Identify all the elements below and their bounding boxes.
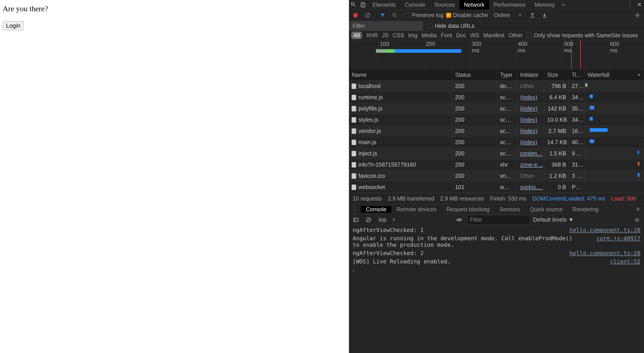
console-filter-input[interactable]: Filter bbox=[467, 215, 530, 224]
drawer-tab-sensors[interactable]: Sensors bbox=[494, 206, 525, 213]
login-button[interactable]: Login bbox=[3, 21, 24, 30]
request-row[interactable]: inject.js200sc…conten…1.5 KB9 … bbox=[349, 148, 644, 159]
console-sidebar-icon[interactable] bbox=[351, 215, 360, 224]
request-row[interactable]: info?t=1587155779160200xhrzone-e…368 B31… bbox=[349, 159, 644, 170]
log-source-link[interactable]: client:52 bbox=[610, 258, 640, 265]
tab-network[interactable]: Network bbox=[460, 0, 489, 10]
col-name[interactable]: Name bbox=[349, 70, 452, 80]
request-type: sc… bbox=[497, 103, 517, 114]
throttle-select[interactable]: Online bbox=[494, 12, 515, 18]
type-manifest[interactable]: Manifest bbox=[483, 32, 504, 38]
drawer-tab-render[interactable]: Rendering bbox=[568, 206, 603, 213]
log-message: ngAfterViewChecked: 2 bbox=[352, 250, 424, 256]
inspect-element-icon[interactable] bbox=[349, 0, 358, 10]
request-name: runtime.js bbox=[358, 94, 383, 100]
console-settings-icon[interactable] bbox=[632, 215, 642, 224]
filter-toggle-icon[interactable] bbox=[378, 10, 387, 20]
devtools-panel: Elements Console Sources Network Perform… bbox=[349, 0, 644, 353]
tab-sources[interactable]: Sources bbox=[430, 0, 460, 10]
samesite-checkbox[interactable]: Only show requests with SameSite issues bbox=[526, 32, 638, 38]
timeline[interactable]: 100 ms 200 ms 300 ms 400 ms 500 ms 600 m… bbox=[349, 40, 644, 70]
drawer-menu-icon[interactable]: ⋮ bbox=[349, 206, 361, 213]
request-initiator[interactable]: zone-e… bbox=[520, 162, 543, 168]
request-row[interactable]: localhost200do…Other796 B27… bbox=[349, 80, 644, 92]
type-other[interactable]: Other bbox=[508, 32, 523, 38]
request-row[interactable]: websocket101w…sockjs.…0 BP… bbox=[349, 182, 644, 193]
context-select[interactable]: top bbox=[376, 216, 389, 223]
col-time[interactable]: Ti… bbox=[569, 70, 585, 80]
request-initiator[interactable]: (index) bbox=[520, 94, 537, 100]
levels-select[interactable]: Default levels ▼ bbox=[533, 216, 574, 223]
record-icon[interactable] bbox=[351, 10, 360, 20]
col-waterfall[interactable]: Waterfall▲ bbox=[585, 70, 644, 80]
svg-point-4 bbox=[637, 14, 638, 16]
drawer-tab-reqblock[interactable]: Request blocking bbox=[442, 206, 494, 213]
live-expr-icon[interactable] bbox=[454, 215, 464, 224]
request-row[interactable]: polyfills.js200sc…(index)142 KB35… bbox=[349, 103, 644, 114]
log-source-link[interactable]: hello.component.ts:20 bbox=[570, 227, 640, 233]
type-css[interactable]: CSS bbox=[392, 32, 404, 38]
console-prompt[interactable]: › bbox=[349, 266, 644, 275]
type-img[interactable]: Img bbox=[408, 32, 418, 38]
preserve-log-checkbox[interactable]: Preserve log bbox=[405, 12, 443, 18]
request-initiator[interactable]: (index) bbox=[520, 139, 537, 145]
waterfall-bar bbox=[590, 94, 593, 98]
request-time: 34… bbox=[569, 92, 585, 103]
type-all[interactable]: All bbox=[351, 32, 362, 39]
log-source-link[interactable]: hello.component.ts:20 bbox=[570, 250, 640, 256]
request-initiator[interactable]: (index) bbox=[520, 105, 537, 112]
request-type: w… bbox=[497, 182, 517, 193]
col-initiator[interactable]: Initiator bbox=[517, 70, 544, 80]
type-ws[interactable]: WS bbox=[470, 32, 479, 38]
request-initiator[interactable]: sockjs.… bbox=[520, 184, 543, 190]
request-initiator[interactable]: (index) bbox=[520, 128, 537, 134]
request-initiator[interactable]: (index) bbox=[520, 116, 537, 123]
type-media[interactable]: Media bbox=[422, 32, 437, 38]
tab-memory[interactable]: Memory bbox=[530, 0, 559, 10]
request-row[interactable]: styles.js200sc…(index)10.0 KB34… bbox=[349, 114, 644, 126]
request-row[interactable]: favicon.ico200vn…Other1.2 KB3 … bbox=[349, 170, 644, 182]
type-doc[interactable]: Doc bbox=[456, 32, 466, 38]
request-size: 14.7 KB bbox=[544, 137, 569, 148]
log-source-link[interactable]: core.js:40917 bbox=[596, 235, 640, 248]
col-status[interactable]: Status bbox=[452, 70, 497, 80]
tab-performance[interactable]: Performance bbox=[489, 0, 530, 10]
settings-icon[interactable] bbox=[633, 10, 642, 20]
col-type[interactable]: Type bbox=[497, 70, 517, 80]
request-status: 200 bbox=[452, 126, 497, 136]
search-icon[interactable] bbox=[390, 10, 400, 20]
drawer-tab-console[interactable]: Console bbox=[361, 206, 392, 213]
request-initiator[interactable]: conten… bbox=[520, 150, 542, 156]
type-js[interactable]: JS bbox=[382, 32, 388, 38]
type-xhr[interactable]: XHR bbox=[366, 32, 378, 38]
request-row[interactable]: vendor.js200sc…(index)2.7 MB16… bbox=[349, 126, 644, 137]
clear-icon[interactable] bbox=[363, 10, 372, 20]
filter-input[interactable]: Filter bbox=[349, 21, 423, 30]
clear-console-icon[interactable] bbox=[364, 215, 373, 224]
drawer-close-icon[interactable]: ✕ bbox=[632, 206, 644, 213]
drawer-tab-remote[interactable]: Remote devices bbox=[392, 206, 442, 213]
tab-console[interactable]: Console bbox=[400, 0, 430, 10]
tab-elements[interactable]: Elements bbox=[368, 0, 400, 10]
request-name: favicon.ico bbox=[358, 173, 385, 179]
download-har-icon[interactable] bbox=[540, 10, 549, 20]
disable-cache-checkbox[interactable]: Disable cache bbox=[446, 12, 488, 18]
request-size: 0 B bbox=[544, 182, 569, 193]
upload-har-icon[interactable] bbox=[528, 10, 537, 20]
more-menu-icon[interactable]: ⋮ bbox=[625, 0, 634, 10]
type-font[interactable]: Font bbox=[441, 32, 452, 38]
request-row[interactable]: main.js200sc…(index)14.7 KB40… bbox=[349, 137, 644, 148]
chevron-down-icon[interactable]: ▼ bbox=[518, 13, 522, 18]
hide-data-urls-checkbox[interactable]: Hide data URLs bbox=[423, 23, 479, 29]
drawer-tab-quick[interactable]: Quick source bbox=[525, 206, 568, 213]
load-marker bbox=[580, 40, 581, 69]
tabs-overflow-icon[interactable]: » bbox=[559, 2, 568, 8]
col-size[interactable]: Size bbox=[544, 70, 569, 80]
close-devtools-icon[interactable]: ✕ bbox=[634, 0, 644, 10]
request-row[interactable]: runtime.js200sc…(index)6.4 KB34… bbox=[349, 92, 644, 103]
request-time: 34… bbox=[569, 114, 585, 125]
console-log-line: ngAfterViewChecked: 1hello.component.ts:… bbox=[349, 226, 644, 234]
device-toggle-icon[interactable] bbox=[358, 0, 368, 10]
file-icon bbox=[352, 173, 356, 179]
chevron-down-icon[interactable]: ▼ bbox=[392, 217, 396, 222]
